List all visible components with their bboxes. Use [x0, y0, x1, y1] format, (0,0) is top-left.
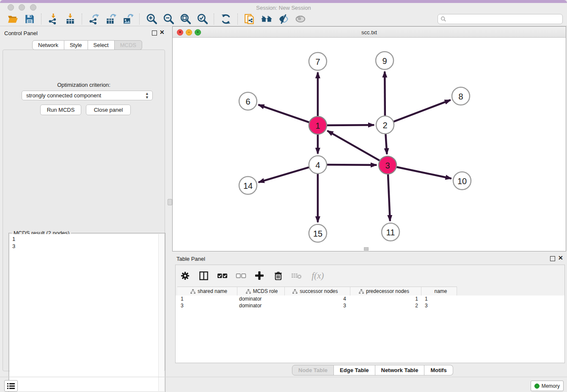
node-6[interactable]: 6: [239, 92, 257, 110]
node-11[interactable]: 11: [382, 223, 399, 241]
tab-mcds[interactable]: MCDS: [115, 40, 142, 50]
tree-icon: [359, 289, 364, 294]
toolbar-separator: [139, 14, 140, 25]
column-view-icon[interactable]: [198, 269, 209, 282]
add-row-icon[interactable]: [253, 269, 265, 282]
cell-shared-name[interactable]: 3: [177, 302, 237, 309]
node-1[interactable]: 1: [309, 116, 327, 134]
criterion-select[interactable]: strongly connected component ▲▼: [22, 91, 153, 100]
edge-3-11[interactable]: [388, 173, 390, 221]
node-table: shared name MCDS role successor nodes pr…: [176, 287, 564, 363]
home-icon[interactable]: [258, 13, 275, 25]
cell-successor-nodes[interactable]: 4: [285, 295, 350, 302]
zoom-out-icon[interactable]: [160, 13, 177, 25]
gear-icon[interactable]: [179, 269, 191, 282]
cell-shared-name[interactable]: 1: [177, 295, 237, 302]
table-panel-title: Table Panel: [176, 256, 205, 262]
task-history-button[interactable]: [4, 380, 18, 392]
function-builder-icon: f(x): [309, 269, 326, 282]
node-2[interactable]: 2: [376, 116, 394, 134]
zoom-fit-icon[interactable]: [177, 13, 194, 25]
zoom-selected-icon[interactable]: [194, 13, 211, 25]
cell-name[interactable]: 3: [421, 302, 457, 309]
table-row[interactable]: 1 dominator 4 1 1: [177, 295, 564, 302]
unselect-all-icon[interactable]: [235, 269, 247, 282]
toolbar-separator: [41, 14, 42, 25]
tab-node-table[interactable]: Node Table: [292, 365, 334, 375]
hide-graphics-details-icon[interactable]: [275, 13, 292, 25]
open-session-icon[interactable]: [4, 13, 21, 25]
result-scrollbar[interactable]: [158, 234, 164, 391]
node-14[interactable]: 14: [239, 177, 257, 194]
import-network-icon[interactable]: [45, 13, 62, 25]
column-header-name[interactable]: name: [421, 287, 457, 295]
memory-label: Memory: [542, 383, 560, 389]
node-4[interactable]: 4: [309, 156, 327, 174]
edge-2-8[interactable]: [392, 100, 451, 122]
tab-network-table[interactable]: Network Table: [375, 365, 425, 375]
tab-motifs[interactable]: Motifs: [424, 365, 453, 375]
toolbar-separator: [237, 14, 238, 25]
optimization-criterion-label: Optimization criterion:: [3, 82, 165, 88]
node-3[interactable]: 3: [379, 156, 396, 174]
graphics-details-icon[interactable]: [292, 13, 309, 25]
control-panel-title: Control Panel: [4, 30, 38, 36]
table-row[interactable]: 3 dominator 3 2 3: [177, 302, 564, 309]
delete-table-icon: [291, 269, 303, 282]
cell-successor-nodes[interactable]: 3: [285, 302, 350, 309]
export-network-icon[interactable]: [85, 13, 102, 25]
new-network-from-selection-icon[interactable]: [241, 13, 258, 25]
node-15[interactable]: 15: [309, 224, 327, 242]
column-header-mcds-role[interactable]: MCDS role: [237, 287, 285, 295]
edge-2-9[interactable]: [385, 72, 385, 117]
edge-3-10[interactable]: [395, 167, 451, 179]
mcds-result-text[interactable]: 1 3: [10, 234, 158, 391]
zoom-in-icon[interactable]: [143, 13, 160, 25]
save-session-icon[interactable]: [21, 13, 38, 25]
app-window-title: Session: New Session: [0, 5, 567, 11]
edge-4-3[interactable]: [325, 165, 377, 165]
memory-button[interactable]: Memory: [531, 381, 564, 391]
cell-name[interactable]: 1: [421, 295, 457, 302]
column-header-predecessor-nodes[interactable]: predecessor nodes: [350, 287, 421, 295]
tree-icon: [246, 289, 251, 294]
float-panel-icon[interactable]: [152, 30, 157, 36]
cell-predecessor-nodes[interactable]: 2: [350, 302, 421, 309]
mcds-result-line: 3: [12, 243, 156, 250]
tab-select[interactable]: Select: [88, 40, 115, 50]
tab-edge-table[interactable]: Edge Table: [334, 365, 375, 375]
export-image-icon[interactable]: [119, 13, 136, 25]
node-8[interactable]: 8: [452, 87, 470, 105]
network-svg: 7968124314101511: [173, 38, 566, 251]
edge-4-14[interactable]: [259, 167, 311, 182]
search-input[interactable]: [446, 15, 562, 23]
float-table-panel-icon[interactable]: [550, 256, 555, 261]
delete-row-icon[interactable]: [272, 269, 284, 282]
close-panel-button[interactable]: Close panel: [86, 105, 131, 115]
export-table-icon[interactable]: [102, 13, 119, 25]
import-table-icon[interactable]: [62, 13, 79, 25]
select-all-icon[interactable]: [216, 269, 228, 282]
node-10[interactable]: 10: [453, 172, 471, 190]
cell-mcds-role[interactable]: dominator: [237, 295, 285, 302]
run-mcds-button[interactable]: Run MCDS: [40, 105, 81, 115]
tree-icon: [292, 289, 297, 294]
cell-mcds-role[interactable]: dominator: [237, 302, 285, 309]
edge-3-1[interactable]: [328, 131, 381, 161]
node-7[interactable]: 7: [309, 52, 327, 70]
cell-predecessor-nodes[interactable]: 1: [350, 295, 421, 302]
close-table-panel-icon[interactable]: ✕: [558, 254, 563, 261]
canvas-hscroll-nub[interactable]: [364, 247, 369, 251]
edge-1-6[interactable]: [259, 105, 311, 123]
tab-style[interactable]: Style: [64, 40, 88, 50]
edge-2-3[interactable]: [385, 133, 387, 154]
tab-network[interactable]: Network: [32, 40, 64, 50]
column-header-successor-nodes[interactable]: successor nodes: [285, 287, 350, 295]
refresh-icon[interactable]: [217, 13, 234, 25]
column-header-shared-name[interactable]: shared name: [177, 287, 237, 295]
panel-splitter-handle[interactable]: [168, 199, 172, 205]
node-9[interactable]: 9: [376, 52, 394, 69]
close-panel-icon[interactable]: ✕: [160, 29, 165, 36]
network-canvas[interactable]: 7968124314101511: [173, 38, 566, 251]
edge-1-2[interactable]: [325, 125, 374, 125]
